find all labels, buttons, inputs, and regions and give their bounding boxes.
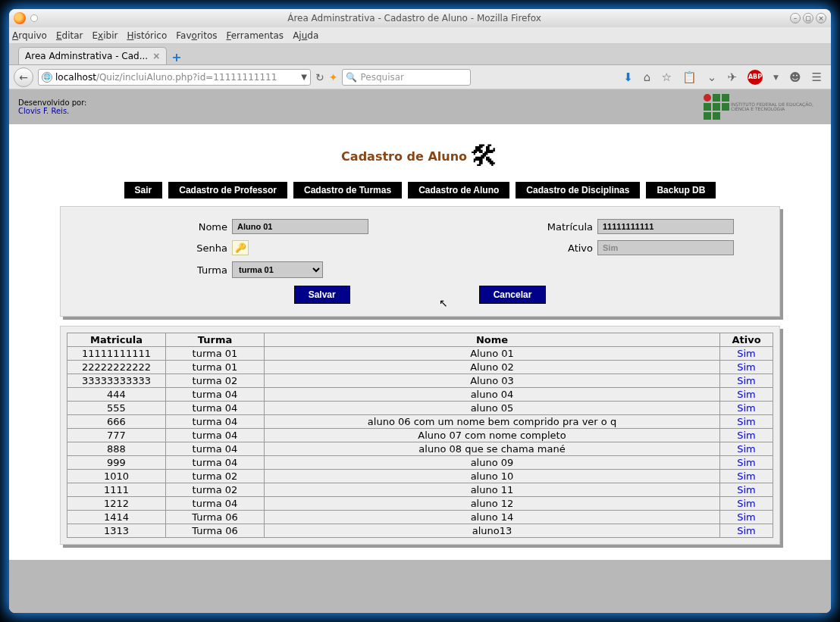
dev-label: Desenvolvido por:: [18, 98, 86, 107]
ifc-logo: INSTITUTO FEDERAL DE EDUCAÇÃO, CIÊNCIA E…: [704, 94, 822, 120]
table-row[interactable]: 999turma 04aluno 09Sim: [67, 456, 773, 470]
col-turma: Turma: [166, 333, 265, 347]
dropdown-icon[interactable]: ▼: [773, 73, 779, 81]
window-titlebar: Área Adminstrativa - Cadastro de Aluno -…: [9, 9, 831, 27]
label-ativo: Ativo: [540, 242, 593, 254]
topnav-cadastro-de-disciplinas[interactable]: Cadastro de Disciplinas: [516, 182, 640, 198]
url-bar[interactable]: 🌐 localhost/Quiz/incluiAluno.php?id=1111…: [38, 69, 311, 86]
table-row[interactable]: 1313Turma 06aluno13Sim: [67, 524, 773, 538]
label-nome: Nome: [174, 221, 227, 233]
titlebar-dot[interactable]: [30, 14, 38, 22]
abp-icon[interactable]: ABP: [748, 70, 763, 85]
cancel-button[interactable]: Cancelar: [479, 286, 547, 304]
password-key-icon[interactable]: 🔑: [232, 240, 249, 255]
heading-text: Cadastro de Aluno: [341, 149, 467, 164]
menu-ajuda[interactable]: Ajuda: [293, 30, 318, 41]
label-turma: Turma: [174, 264, 227, 276]
hamburger-icon[interactable]: ☰: [812, 70, 822, 84]
aluno-table: MatriculaTurmaNomeAtivo 11111111111turma…: [67, 333, 773, 538]
table-panel: MatriculaTurmaNomeAtivo 11111111111turma…: [60, 326, 780, 545]
dev-author-link[interactable]: Clovis F. Reis.: [18, 107, 69, 115]
tools-icon: 🛠: [470, 139, 499, 173]
topnav-cadastro-de-professor[interactable]: Cadastro de Professor: [168, 182, 287, 198]
reload-button[interactable]: ↻: [315, 71, 324, 83]
bookmark-star-icon[interactable]: ✦: [329, 71, 338, 83]
label-matricula: Matrícula: [540, 221, 593, 233]
tab-label: Area Adminstrativa - Cad...: [25, 51, 148, 61]
url-path: /Quiz/incluiAluno.php?id=11111111111: [96, 72, 277, 83]
url-dropdown-icon[interactable]: ▼: [301, 73, 307, 81]
send-icon[interactable]: ✈: [727, 70, 737, 84]
menu-historico[interactable]: Histórico: [127, 30, 167, 41]
label-senha: Senha: [174, 242, 227, 254]
topnav-backup-db[interactable]: Backup DB: [646, 182, 716, 198]
dev-bar: Desenvolvido por: Clovis F. Reis. INSTIT…: [9, 89, 831, 124]
browser-navbar: ← 🌐 localhost/Quiz/incluiAluno.php?id=11…: [9, 65, 831, 89]
col-matricula: Matricula: [67, 333, 166, 347]
search-box[interactable]: 🔍 Pesquisar: [342, 69, 471, 86]
browser-tab-active[interactable]: Area Adminstrativa - Cad... ×: [18, 47, 167, 64]
topnav-cadastro-de-aluno[interactable]: Cadastro de Aluno: [408, 182, 509, 198]
menu-ferramentas[interactable]: Ferramentas: [226, 30, 284, 41]
globe-icon: 🌐: [42, 72, 52, 83]
menu-arquivo[interactable]: Arquivo: [12, 30, 47, 41]
home-icon[interactable]: ⌂: [644, 70, 651, 84]
face-icon[interactable]: ☻: [789, 70, 801, 84]
table-row[interactable]: 1212turma 04aluno 12Sim: [67, 497, 773, 511]
table-row[interactable]: 888turma 04aluno 08 que se chama manéSim: [67, 442, 773, 456]
topnav-cadastro-de-turmas[interactable]: Cadastro de Turmas: [293, 182, 402, 198]
page-heading: Cadastro de Aluno 🛠: [9, 139, 831, 173]
table-row[interactable]: 555turma 04aluno 05Sim: [67, 402, 773, 415]
new-tab-button[interactable]: +: [171, 50, 181, 64]
table-row[interactable]: 777turma 04Aluno 07 com nome completoSim: [67, 429, 773, 442]
menu-favoritos[interactable]: Favoritos: [176, 30, 217, 41]
search-icon: 🔍: [346, 72, 357, 83]
clipboard-icon[interactable]: 📋: [682, 70, 697, 84]
table-row[interactable]: 11111111111turma 01Aluno 01Sim: [67, 347, 773, 361]
search-placeholder: Pesquisar: [360, 72, 404, 83]
top-nav: SairCadastro de ProfessorCadastro de Tur…: [9, 182, 831, 198]
select-turma[interactable]: turma 01: [232, 261, 323, 278]
topnav-sair[interactable]: Sair: [124, 182, 163, 198]
table-row[interactable]: 666turma 04aluno 06 com um nome bem comp…: [67, 415, 773, 429]
input-nome[interactable]: [232, 219, 368, 234]
table-row[interactable]: 22222222222turma 01Aluno 02Sim: [67, 361, 773, 374]
browser-menubar: Arquivo Editar Exibir Histórico Favorito…: [9, 27, 831, 44]
window-title: Área Adminstrativa - Cadastro de Aluno -…: [41, 13, 788, 23]
table-row[interactable]: 33333333333turma 02Aluno 03Sim: [67, 374, 773, 388]
pocket-icon[interactable]: ⌄: [707, 70, 717, 84]
table-row[interactable]: 1111turma 02aluno 11Sim: [67, 483, 773, 497]
url-host: localhost: [55, 72, 96, 83]
page-viewport: Desenvolvido por: Clovis F. Reis. INSTIT…: [9, 89, 831, 613]
table-row[interactable]: 1414Turma 06aluno 14Sim: [67, 511, 773, 524]
menu-editar[interactable]: Editar: [56, 30, 83, 41]
col-ativo: Ativo: [720, 333, 773, 347]
menu-exibir[interactable]: Exibir: [92, 30, 118, 41]
minimize-button[interactable]: –: [790, 13, 801, 23]
firefox-icon: [14, 12, 26, 24]
save-button[interactable]: Salvar: [294, 286, 350, 304]
form-panel: Nome Matrícula Senha 🔑 Ativo: [60, 206, 780, 317]
input-ativo: [597, 240, 734, 255]
table-row[interactable]: 444turma 04aluno 04Sim: [67, 388, 773, 402]
back-button[interactable]: ←: [14, 67, 33, 87]
close-button[interactable]: ×: [816, 13, 826, 23]
browser-tabs: Area Adminstrativa - Cad... × +: [9, 44, 831, 65]
input-matricula[interactable]: [597, 219, 734, 234]
tab-close-icon[interactable]: ×: [152, 51, 160, 61]
download-icon[interactable]: ⬇: [623, 70, 633, 84]
col-nome: Nome: [265, 333, 720, 347]
maximize-button[interactable]: ◻: [803, 13, 813, 23]
star-icon[interactable]: ☆: [661, 70, 671, 84]
table-row[interactable]: 1010turma 02aluno 10Sim: [67, 470, 773, 483]
